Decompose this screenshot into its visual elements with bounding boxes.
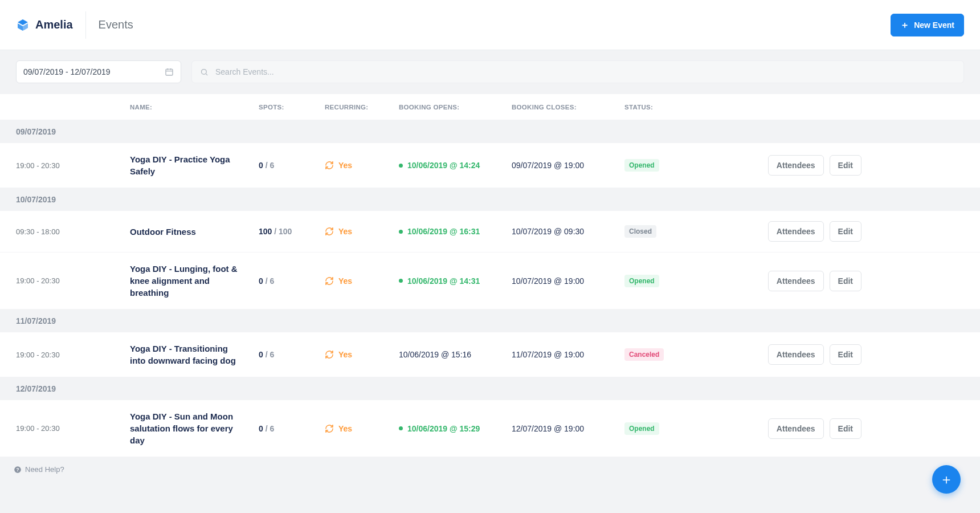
event-spots: 0 / 6 (259, 350, 325, 359)
event-time: 19:00 - 20:30 (16, 276, 130, 285)
event-row[interactable]: 09:30 - 18:00Outdoor Fitness100 / 100Yes… (0, 211, 980, 253)
search-icon (200, 68, 209, 76)
event-time: 19:00 - 20:30 (16, 161, 130, 170)
event-recurring: Yes (325, 227, 399, 236)
event-actions: AttendeesEdit (753, 155, 861, 176)
column-headers: NAME: SPOTS: RECURRING: BOOKING OPENS: B… (0, 94, 980, 120)
status-badge: Opened (624, 159, 659, 172)
event-booking-closes: 09/07/2019 @ 19:00 (512, 161, 624, 170)
event-name: Yoga DIY - Lunging, foot & knee alignmen… (130, 263, 259, 299)
plus-icon: ＋ (940, 470, 953, 488)
status-badge: Opened (624, 275, 659, 287)
filters: 09/07/2019 - 12/07/2019 (0, 50, 980, 93)
status-badge: Canceled (624, 348, 664, 361)
col-status: STATUS: (624, 104, 753, 111)
event-recurring: Yes (325, 161, 399, 170)
plus-icon: ＋ (900, 21, 909, 30)
col-recurring: RECURRING: (325, 104, 399, 111)
event-actions: AttendeesEdit (753, 344, 861, 365)
recurring-icon (325, 424, 334, 433)
event-row[interactable]: 19:00 - 20:30Yoga DIY - Sun and Moon sal… (0, 400, 980, 457)
event-time: 19:00 - 20:30 (16, 351, 130, 359)
recurring-label: Yes (338, 350, 352, 359)
event-recurring: Yes (325, 276, 399, 286)
event-name: Yoga DIY - Practice Yoga Safely (130, 153, 259, 177)
attendees-button[interactable]: Attendees (768, 271, 824, 291)
event-time: 09:30 - 18:00 (16, 227, 130, 236)
col-spots: SPOTS: (259, 104, 325, 111)
event-status: Opened (624, 159, 753, 172)
event-booking-closes: 12/07/2019 @ 19:00 (512, 424, 624, 433)
event-spots: 0 / 6 (259, 161, 325, 170)
live-dot-icon (399, 164, 403, 168)
help-icon: ? (14, 466, 22, 474)
live-dot-icon (399, 426, 403, 430)
events-list: NAME: SPOTS: RECURRING: BOOKING OPENS: B… (0, 93, 980, 457)
search-input-wrapper[interactable] (191, 60, 964, 83)
event-actions: AttendeesEdit (753, 418, 861, 439)
recurring-label: Yes (338, 424, 352, 433)
event-row[interactable]: 19:00 - 20:30Yoga DIY - Lunging, foot & … (0, 253, 980, 310)
event-status: Canceled (624, 348, 753, 361)
status-badge: Opened (624, 422, 659, 435)
new-event-button[interactable]: ＋ New Event (891, 14, 964, 36)
attendees-button[interactable]: Attendees (768, 155, 824, 176)
date-group-header: 11/07/2019 (0, 310, 980, 332)
recurring-icon (325, 161, 334, 170)
event-spots: 0 / 6 (259, 424, 325, 433)
date-range-picker[interactable]: 09/07/2019 - 12/07/2019 (16, 60, 181, 83)
edit-button[interactable]: Edit (830, 155, 861, 176)
event-row[interactable]: 19:00 - 20:30Yoga DIY - Transitioning in… (0, 332, 980, 377)
event-status: Opened (624, 422, 753, 435)
edit-button[interactable]: Edit (830, 418, 861, 439)
date-group-header: 09/07/2019 (0, 120, 980, 143)
date-range-value: 09/07/2019 - 12/07/2019 (23, 67, 111, 76)
attendees-button[interactable]: Attendees (768, 344, 824, 365)
attendees-button[interactable]: Attendees (768, 418, 824, 439)
edit-button[interactable]: Edit (830, 271, 861, 291)
col-booking-opens: BOOKING OPENS: (399, 104, 512, 111)
event-booking-opens: 10/06/2019 @ 15:29 (399, 424, 512, 433)
recurring-icon (325, 227, 334, 236)
svg-rect-0 (166, 69, 173, 75)
event-status: Opened (624, 275, 753, 287)
search-input[interactable] (214, 67, 956, 77)
event-recurring: Yes (325, 350, 399, 359)
event-row[interactable]: 19:00 - 20:30Yoga DIY - Practice Yoga Sa… (0, 143, 980, 188)
brand-logo-icon (16, 18, 30, 32)
calendar-icon (165, 67, 174, 76)
divider (85, 11, 86, 39)
edit-button[interactable]: Edit (830, 344, 861, 365)
event-recurring: Yes (325, 424, 399, 433)
col-name: NAME: (130, 104, 259, 111)
event-spots: 0 / 6 (259, 276, 325, 286)
brand: Amelia (16, 18, 73, 32)
new-event-label: New Event (914, 21, 954, 30)
topbar: Amelia Events ＋ New Event (0, 0, 980, 50)
event-booking-closes: 11/07/2019 @ 19:00 (512, 350, 624, 359)
event-spots: 100 / 100 (259, 227, 325, 236)
event-booking-closes: 10/07/2019 @ 09:30 (512, 227, 624, 236)
attendees-button[interactable]: Attendees (768, 221, 824, 242)
recurring-label: Yes (338, 227, 352, 236)
event-booking-closes: 10/07/2019 @ 19:00 (512, 276, 624, 286)
live-dot-icon (399, 230, 403, 234)
event-booking-opens: 10/06/2019 @ 14:24 (399, 161, 512, 170)
svg-text:?: ? (17, 467, 19, 472)
recurring-label: Yes (338, 276, 352, 286)
event-booking-opens: 10/06/2019 @ 14:31 (399, 276, 512, 286)
event-booking-opens: 10/06/2019 @ 15:16 (399, 350, 512, 359)
need-help-link[interactable]: ? Need Help? (0, 457, 980, 474)
live-dot-icon (399, 279, 403, 283)
page-title: Events (99, 18, 133, 31)
fab-add-button[interactable]: ＋ (932, 465, 961, 494)
recurring-label: Yes (338, 161, 352, 170)
date-group-header: 10/07/2019 (0, 188, 980, 211)
recurring-icon (325, 350, 334, 359)
need-help-label: Need Help? (25, 465, 64, 474)
svg-point-1 (202, 69, 207, 74)
col-booking-closes: BOOKING CLOSES: (512, 104, 624, 111)
edit-button[interactable]: Edit (830, 221, 861, 242)
event-name: Outdoor Fitness (130, 226, 259, 238)
event-name: Yoga DIY - Sun and Moon salutation flows… (130, 410, 259, 446)
